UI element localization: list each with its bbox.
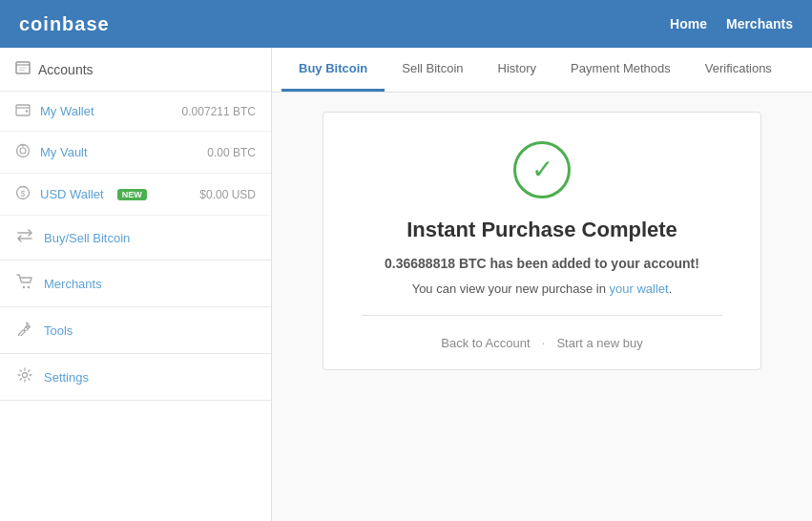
wallet-icon xyxy=(15,103,31,119)
card-divider xyxy=(362,315,722,316)
nav-links: Home Merchants xyxy=(670,16,793,31)
merchants-nav-link[interactable]: Merchants xyxy=(726,16,793,31)
success-card: ✓ Instant Purchase Complete 0.36688818 B… xyxy=(323,112,761,370)
tab-buy-bitcoin[interactable]: Buy Bitcoin xyxy=(281,48,385,92)
svg-text:$: $ xyxy=(20,189,25,198)
sidebar: Accounts My Wallet 0.007211 BTC My Vault… xyxy=(0,48,272,521)
usd-wallet-value: $0.00 USD xyxy=(199,188,256,201)
start-new-buy-link[interactable]: Start a new buy xyxy=(556,336,642,350)
svg-rect-4 xyxy=(16,105,30,115)
usd-wallet-label: USD Wallet xyxy=(40,187,104,201)
gear-icon xyxy=(15,367,34,386)
back-to-account-link[interactable]: Back to Account xyxy=(441,336,530,350)
success-message: 0.36688818 BTC has been added to your ac… xyxy=(362,254,722,274)
svg-point-5 xyxy=(26,110,28,112)
success-icon: ✓ xyxy=(513,141,571,198)
sidebar-item-usd-wallet[interactable]: $ USD Wallet NEW $0.00 USD xyxy=(0,174,271,216)
top-nav: coinbase Home Merchants xyxy=(0,0,812,48)
tabs-bar: Buy Bitcoin Sell Bitcoin History Payment… xyxy=(272,48,812,93)
svg-point-11 xyxy=(23,286,26,289)
sidebar-item-tools[interactable]: Tools xyxy=(0,307,271,354)
success-btc-text: 0.36688818 BTC has been added to your ac… xyxy=(385,256,699,271)
wrench-icon xyxy=(15,321,34,340)
tab-sell-bitcoin[interactable]: Sell Bitcoin xyxy=(385,48,480,92)
svg-point-7 xyxy=(20,148,26,154)
svg-point-13 xyxy=(23,373,28,378)
merchants-sidebar-label: Merchants xyxy=(44,277,102,291)
wallet-link[interactable]: your wallet xyxy=(610,281,669,296)
footer-separator: · xyxy=(542,335,546,350)
tab-payment-methods[interactable]: Payment Methods xyxy=(553,48,688,92)
cart-icon xyxy=(15,274,34,293)
sidebar-item-my-vault[interactable]: My Vault 0.00 BTC xyxy=(0,132,271,174)
accounts-icon xyxy=(15,61,31,77)
sidebar-item-merchants[interactable]: Merchants xyxy=(0,260,271,307)
settings-label: Settings xyxy=(44,370,89,385)
my-vault-label: My Vault xyxy=(40,145,88,159)
my-wallet-label: My Wallet xyxy=(40,104,94,118)
new-badge: NEW xyxy=(117,189,147,200)
card-footer: Back to Account · Start a new buy xyxy=(362,330,722,350)
buy-sell-label: Buy/Sell Bitcoin xyxy=(44,231,130,245)
my-wallet-value: 0.007211 BTC xyxy=(182,105,256,118)
accounts-section-header: Accounts xyxy=(0,48,271,92)
tools-label: Tools xyxy=(44,323,73,338)
tab-history[interactable]: History xyxy=(481,48,553,92)
logo: coinbase xyxy=(19,13,110,35)
content-area: ✓ Instant Purchase Complete 0.36688818 B… xyxy=(272,93,812,521)
home-nav-link[interactable]: Home xyxy=(670,16,707,31)
sidebar-item-settings[interactable]: Settings xyxy=(0,354,271,401)
main-layout: Accounts My Wallet 0.007211 BTC My Vault… xyxy=(0,48,812,521)
my-vault-value: 0.00 BTC xyxy=(207,146,256,159)
wallet-period: . xyxy=(669,281,673,296)
vault-icon xyxy=(15,143,31,161)
sidebar-item-buy-sell[interactable]: Buy/Sell Bitcoin xyxy=(0,216,271,260)
sidebar-item-my-wallet[interactable]: My Wallet 0.007211 BTC xyxy=(0,92,271,132)
checkmark-icon: ✓ xyxy=(531,156,553,183)
main-panel: Buy Bitcoin Sell Bitcoin History Payment… xyxy=(272,48,812,521)
accounts-header-label: Accounts xyxy=(38,62,94,77)
tab-verifications[interactable]: Verifications xyxy=(688,48,789,92)
wallet-prefix-text: You can view your new purchase in xyxy=(412,281,610,296)
success-wallet-message: You can view your new purchase in your w… xyxy=(362,281,722,296)
success-title: Instant Purchase Complete xyxy=(362,218,722,242)
arrows-icon xyxy=(15,229,34,246)
usd-icon: $ xyxy=(15,185,31,203)
svg-point-12 xyxy=(28,286,31,289)
